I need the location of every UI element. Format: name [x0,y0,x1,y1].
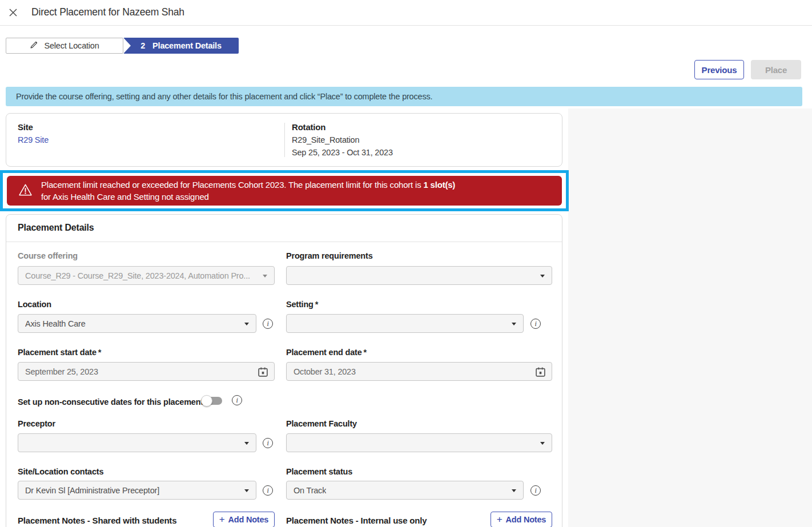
chevron-down-icon [540,275,545,277]
step-select-location[interactable]: Select Location [6,38,123,54]
notes-internal-label: Placement Notes - Internal use only [286,516,427,525]
modal-header: Direct Placement for Nazeem Shah [0,0,812,26]
instruction-banner: Provide the course offering, setting and… [6,87,802,106]
program-requirements-label: Program requirements [286,251,373,260]
end-date-label: Placement end date* [286,348,367,357]
non-consecutive-label: Set up non-consecutive dates for this pl… [18,397,203,407]
preceptor-info-icon[interactable]: i [263,438,273,448]
rotation-label: Rotation [292,122,325,132]
rotation-name: R29_Site_Rotation [292,135,359,144]
chevron-down-icon [512,323,516,325]
add-notes-internal-button[interactable]: + Add Notes [491,512,552,527]
non-consecutive-toggle[interactable] [201,395,224,407]
location-info-icon[interactable]: i [263,319,273,329]
placement-faculty-label: Placement Faculty [286,419,357,428]
site-contacts-label: Site/Location contacts [18,467,103,476]
site-contacts-select[interactable]: Dr Kevin Sl [Administrative Preceptor] [18,481,256,500]
calendar-icon[interactable] [258,367,268,379]
chevron-down-icon [512,489,516,492]
section-divider [6,242,562,242]
placement-status-info-icon[interactable]: i [530,485,541,496]
placement-status-label: Placement status [286,467,352,476]
add-notes-shared-button[interactable]: + Add Notes [213,512,275,527]
chevron-down-icon [540,442,545,445]
section-title: Placement Details [18,223,94,233]
required-mark: * [364,348,367,357]
placement-limit-error-banner: Placement limit reached or exceeded for … [7,176,562,206]
close-icon[interactable] [7,7,19,18]
site-link[interactable]: R29 Site [18,135,49,144]
start-date-field[interactable]: September 25, 2023 [18,362,275,381]
pencil-icon [30,41,38,51]
preceptor-label: Preceptor [18,419,55,428]
start-date-label: Placement start date* [18,348,101,357]
step-number: 2 [140,41,145,50]
required-mark: * [98,348,101,357]
location-select[interactable]: Axis Health Care [18,314,256,333]
instruction-text: Provide the course offering, setting and… [16,92,432,101]
chevron-down-icon [244,323,249,325]
setting-label: Setting* [286,300,318,309]
plus-icon: + [219,514,225,524]
error-line-2: for Axis Health Care and Setting not ass… [41,191,455,203]
program-requirements-select[interactable] [286,266,552,285]
preceptor-select[interactable] [18,433,256,452]
placement-faculty-select[interactable] [286,433,552,452]
chevron-down-icon [263,275,267,277]
course-offering-select: Course_R29 - Course_R29_Site, 2023-2024,… [18,266,275,285]
course-offering-label: Course offering [18,251,78,260]
step-label: Select Location [44,41,99,50]
site-contacts-info-icon[interactable]: i [263,485,273,496]
content-backdrop [568,108,812,527]
placement-status-select[interactable]: On Track [286,481,524,500]
calendar-icon[interactable] [535,367,546,379]
site-rotation-card: Site R29 Site Rotation R29_Site_Rotation… [6,113,562,167]
placement-details-card: Placement Details Course offering Course… [6,214,562,527]
required-mark: * [315,300,318,309]
non-consecutive-info-icon[interactable]: i [232,395,242,405]
chevron-down-icon [244,442,249,445]
chevron-down-icon [244,489,249,492]
error-message: Placement limit reached or exceeded for … [41,179,455,203]
site-label: Site [18,122,33,132]
previous-button[interactable]: Previous [694,60,744,79]
rotation-dates: Sep 25, 2023 - Oct 31, 2023 [292,148,393,157]
warning-triangle-icon [18,183,33,199]
plus-icon: + [497,514,503,524]
location-label: Location [18,300,51,309]
setting-info-icon[interactable]: i [530,319,541,329]
highlight-annotation: Placement limit reached or exceeded for … [0,170,569,211]
place-button-disabled: Place [751,60,801,79]
step-placement-details[interactable]: 2 Placement Details [123,38,239,54]
page-title: Direct Placement for Nazeem Shah [31,6,184,18]
card-divider [284,123,285,157]
end-date-field[interactable]: October 31, 2023 [286,362,552,381]
error-line-1: Placement limit reached or exceeded for … [41,179,455,191]
notes-shared-label: Placement Notes - Shared with students [18,516,176,525]
setting-select[interactable] [286,314,524,333]
step-label: Placement Details [152,41,222,50]
toggle-knob [201,395,212,407]
step-arrow [123,38,131,54]
